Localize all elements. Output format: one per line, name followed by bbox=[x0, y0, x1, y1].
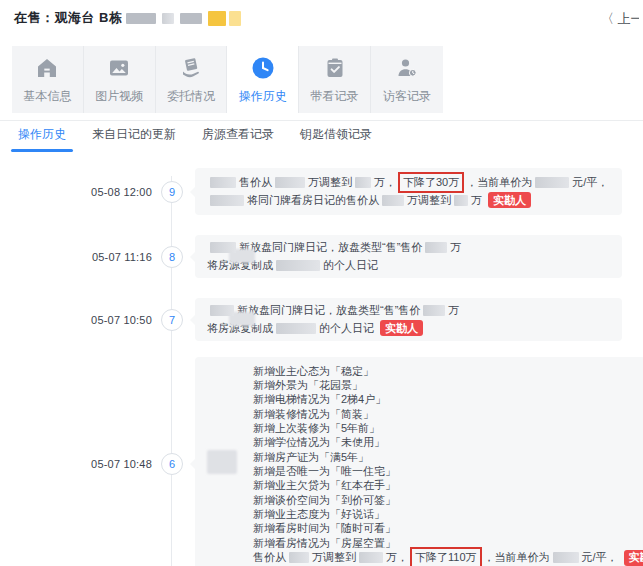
entry-line: 将房源复制成的个人日记 bbox=[207, 257, 610, 275]
tab-label: 带看记录 bbox=[311, 88, 359, 105]
entry-text: 万调整到 bbox=[308, 175, 352, 190]
entry-text: 新增装修情况为「简装」 bbox=[253, 407, 374, 422]
operation-history-timeline: 05-08 12:00 9 售价从万调整到万，下降了30万，当前单价为元/平，将… bbox=[0, 160, 643, 566]
tab-showing-records[interactable]: 带看记录 bbox=[299, 46, 371, 113]
entry-line: 新放盘同门牌日记，放盘类型“售”售价万 bbox=[207, 239, 610, 257]
tab-operation-history[interactable]: 操作历史 bbox=[227, 46, 299, 113]
redacted-text bbox=[423, 305, 445, 316]
entry-text: 售价从 bbox=[239, 175, 272, 190]
entry-text: 新增看房情况为「房屋空置」 bbox=[253, 536, 396, 551]
redacted-text bbox=[210, 177, 236, 188]
redacted-unit-number bbox=[162, 13, 174, 24]
entry-text: 的个人日记 bbox=[323, 258, 378, 273]
entry-content-card: 售价从万调整到万，下降了30万，当前单价为元/平，将同门牌看房日记的售价从万调整… bbox=[195, 168, 622, 215]
entry-text: 万调整到 bbox=[312, 550, 356, 565]
entry-line: 将房源复制成的个人日记实勘人 bbox=[207, 320, 610, 338]
entry-text: ，当前单价为 bbox=[466, 175, 532, 190]
redacted-unit-number bbox=[180, 13, 202, 24]
redacted-text bbox=[276, 323, 316, 334]
price-drop-highlight-box: 下降了30万 bbox=[398, 172, 464, 193]
tab-visitor-records[interactable]: 访客记录 bbox=[371, 46, 443, 113]
entry-line: 将同门牌看房日记的售价从万调整到万实勘人 bbox=[207, 192, 610, 210]
entry-sequence-badge: 6 bbox=[161, 453, 183, 475]
redacted-unit-number bbox=[126, 13, 156, 24]
subtab-diary-updates[interactable]: 来自日记的更新 bbox=[92, 126, 176, 143]
entry-text: 新增谈价空间为「到价可签」 bbox=[253, 493, 396, 508]
image-icon bbox=[107, 56, 131, 80]
subtab-key-borrow-records[interactable]: 钥匙借领记录 bbox=[300, 126, 372, 143]
entry-timestamp: 05-07 10:48 bbox=[0, 458, 152, 470]
redacted-text bbox=[553, 552, 579, 563]
entry-text: 万 bbox=[450, 240, 461, 255]
entry-text: 新增业主态度为「好说话」 bbox=[253, 507, 385, 522]
entry-text: 售价从 bbox=[253, 550, 286, 565]
timeline-entry: 05-08 12:00 9 售价从万调整到万，下降了30万，当前单价为元/平，将… bbox=[0, 168, 643, 215]
redacted-text bbox=[535, 177, 569, 188]
page-title: 在售：观海台 B栋 bbox=[14, 9, 123, 27]
section-divider bbox=[0, 120, 643, 121]
entry-text: 新放盘同门牌日记，放盘类型“售”售价 bbox=[239, 240, 422, 255]
entry-text: 新增房产证为「满5年」 bbox=[253, 450, 369, 465]
tab-label: 基本信息 bbox=[23, 88, 71, 105]
entry-line: 新增电梯情况为「2梯4户」 bbox=[253, 393, 633, 407]
surveyor-badge: 实勘人 bbox=[624, 550, 643, 566]
entry-line: 新增业主心态为「稳定」 bbox=[253, 364, 633, 378]
tab-basic-info[interactable]: 基本信息 bbox=[12, 46, 84, 113]
redacted-text bbox=[359, 552, 383, 563]
entry-text: 新增上次装修为「5年前」 bbox=[253, 421, 380, 436]
redacted-text bbox=[275, 177, 305, 188]
entry-content-card: 新增业主心态为「稳定」新增外景为「花园景」新增电梯情况为「2梯4户」新增装修情况… bbox=[195, 357, 643, 566]
entry-line: 新增上次装修为「5年前」 bbox=[253, 421, 633, 435]
entry-content-card: 新放盘同门牌日记，放盘类型“售”售价万将房源复制成的个人日记实勘人 bbox=[195, 298, 622, 341]
entry-line: 新放盘同门牌日记，放盘类型“售”售价万 bbox=[207, 302, 610, 320]
entry-sequence-badge: 8 bbox=[161, 246, 183, 268]
tab-label: 访客记录 bbox=[383, 88, 431, 105]
entry-text: 元/平， bbox=[572, 175, 608, 190]
entry-line: 新增外景为「花园景」 bbox=[253, 378, 633, 392]
tab-delegation-info[interactable]: 委托情况 bbox=[156, 46, 228, 113]
entry-line: 新增学位情况为「未使用」 bbox=[253, 436, 633, 450]
subtab-listing-view-records[interactable]: 房源查看记录 bbox=[202, 126, 274, 143]
entry-sequence-badge: 7 bbox=[161, 309, 183, 331]
entry-line: 新增房产证为「满5年」 bbox=[253, 450, 633, 464]
redacted-text bbox=[355, 177, 371, 188]
surveyor-badge: 实勘人 bbox=[488, 192, 531, 208]
entry-timestamp: 05-07 10:50 bbox=[0, 314, 152, 326]
history-subtab-bar: 操作历史 来自日记的更新 房源查看记录 钥匙借领记录 bbox=[18, 126, 372, 143]
entry-line: 新增装修情况为「简装」 bbox=[253, 407, 633, 421]
entry-line: 新增看房时间为「随时可看」 bbox=[253, 522, 633, 536]
redacted-text bbox=[454, 195, 468, 206]
entry-text: 万 bbox=[471, 193, 482, 208]
delegation-hand-icon bbox=[179, 56, 203, 80]
entry-text: 新增电梯情况为「2梯4户」 bbox=[253, 392, 386, 407]
redacted-text bbox=[210, 305, 234, 316]
timeline-entry: 05-07 11:16 8 新放盘同门牌日记，放盘类型“售”售价万将房源复制成的… bbox=[0, 235, 643, 278]
tab-label: 图片视频 bbox=[95, 88, 143, 105]
entry-line: 新增业主态度为「好说话」 bbox=[253, 507, 633, 521]
redacted-text bbox=[210, 195, 244, 206]
listing-operation-history-page: 在售：观海台 B栋 〈 上一 基本信息 图片视频 委托情况 操作历史 带看记录 bbox=[0, 0, 643, 566]
entry-text: 万， bbox=[386, 550, 408, 565]
price-drop-highlight-box: 下降了110万 bbox=[410, 547, 482, 566]
entry-line: 新增是否唯一为「唯一住宅」 bbox=[253, 464, 633, 478]
entry-text: 新增看房时间为「随时可看」 bbox=[253, 521, 396, 536]
redacted-text bbox=[210, 242, 236, 253]
header: 在售：观海台 B栋 bbox=[14, 8, 244, 28]
redacted-agent-name bbox=[207, 450, 237, 474]
surveyor-badge: 实勘人 bbox=[380, 320, 423, 336]
home-icon bbox=[35, 56, 59, 80]
entry-timestamp: 05-07 11:16 bbox=[0, 251, 152, 263]
tab-photos-videos[interactable]: 图片视频 bbox=[84, 46, 156, 113]
tab-label: 操作历史 bbox=[239, 88, 287, 105]
entry-text: 万， bbox=[374, 175, 396, 190]
entry-text: 元/平， bbox=[582, 550, 618, 565]
entry-line: 新增业主欠贷为「红本在手」 bbox=[253, 479, 633, 493]
subtab-operation-history[interactable]: 操作历史 bbox=[18, 126, 66, 143]
entry-line: 售价从万调整到万，下降了110万，当前单价为元/平，实勘人 bbox=[253, 550, 633, 564]
entry-text: 新增外景为「花园景」 bbox=[253, 378, 363, 393]
entry-text: 万调整到 bbox=[407, 193, 451, 208]
entry-timestamp: 05-08 12:00 bbox=[0, 186, 152, 198]
clipboard-check-icon bbox=[323, 56, 347, 80]
entry-text: 万 bbox=[448, 303, 459, 318]
prev-listing-link[interactable]: 〈 上一 bbox=[601, 10, 639, 28]
